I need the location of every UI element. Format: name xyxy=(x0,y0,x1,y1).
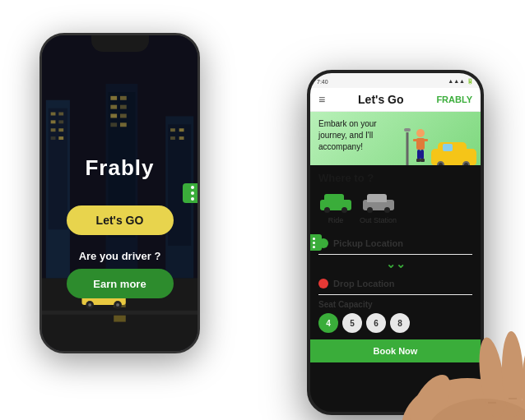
signal-icons: ▲▲▲ 🔋 xyxy=(448,78,474,85)
seat-btn-4[interactable]: 4 xyxy=(318,313,338,333)
dot2 xyxy=(191,192,194,195)
outstation-label: Out Station xyxy=(360,216,397,224)
ride-car-icon xyxy=(318,191,353,214)
lets-go-button[interactable]: Let's GO xyxy=(67,205,174,235)
svg-point-39 xyxy=(88,303,91,307)
right-phone-container: 7:40 ▲▲▲ 🔋 ≡ Let's Go FRABLY Embark on y… xyxy=(323,33,500,378)
banner-text: Embark on your journey, and I'll accompa… xyxy=(318,118,401,153)
taxi-car-icon xyxy=(431,141,476,165)
dot3 xyxy=(191,197,194,201)
city-svg xyxy=(42,35,197,351)
ride-option-ride[interactable]: Ride xyxy=(318,191,353,224)
left-phone-menu-dots[interactable] xyxy=(183,183,197,203)
scene: Frably Let's GO Are you driver ? Earn mo… xyxy=(0,0,525,420)
status-bar: 7:40 ▲▲▲ 🔋 xyxy=(310,73,481,88)
svg-rect-44 xyxy=(422,139,428,141)
drop-dot-icon xyxy=(318,279,328,288)
brand-label: FRABLY xyxy=(436,95,472,104)
hand-svg xyxy=(385,296,525,420)
side-dot2 xyxy=(313,242,315,244)
banner: Embark on your journey, and I'll accompa… xyxy=(310,112,481,165)
drop-location-row[interactable]: Drop Location xyxy=(318,273,472,295)
svg-rect-48 xyxy=(420,159,425,162)
pickup-location-row[interactable]: Pickup Location xyxy=(318,233,472,255)
side-dot3 xyxy=(313,246,315,248)
where-to-label: Where to ? xyxy=(318,172,472,184)
outstation-car-icon xyxy=(361,191,396,214)
svg-rect-46 xyxy=(420,150,424,159)
seat-btn-6[interactable]: 6 xyxy=(366,313,386,333)
chevron-icon: ⌄⌄ xyxy=(318,255,472,273)
right-phone-title: Let's Go xyxy=(358,93,403,106)
time: 7:40 xyxy=(317,79,328,85)
top-bar: ≡ Let's Go FRABLY xyxy=(310,88,481,112)
svg-rect-47 xyxy=(416,159,420,162)
svg-rect-43 xyxy=(413,139,419,141)
hamburger-icon[interactable]: ≡ xyxy=(318,93,325,106)
gray-car-icon xyxy=(363,194,394,210)
green-car-icon xyxy=(320,194,351,210)
ride-label: Ride xyxy=(328,216,344,224)
pickup-location-text: Pickup Location xyxy=(333,238,403,248)
driver-question: Are you driver ? xyxy=(42,250,197,262)
earn-more-button[interactable]: Earn more xyxy=(67,269,174,298)
phone-left: Frably Let's GO Are you driver ? Earn mo… xyxy=(39,33,200,353)
svg-rect-45 xyxy=(417,150,420,159)
app-title: Frably xyxy=(42,155,197,181)
ride-option-outstation[interactable]: Out Station xyxy=(360,191,397,224)
right-phone-side-dots[interactable] xyxy=(307,234,322,251)
svg-point-41 xyxy=(416,129,425,137)
side-dot1 xyxy=(313,238,315,240)
drop-location-text: Drop Location xyxy=(333,279,395,288)
dot1 xyxy=(191,186,194,189)
seat-btn-5[interactable]: 5 xyxy=(342,313,362,333)
person-icon xyxy=(411,128,430,165)
svg-point-40 xyxy=(116,303,119,307)
lamp-post-icon xyxy=(405,128,410,165)
left-phone-screen: Frably Let's GO Are you driver ? Earn mo… xyxy=(42,35,197,351)
banner-illustration xyxy=(405,128,476,165)
left-phone-notch xyxy=(91,35,149,52)
ride-options: Ride Out Station xyxy=(318,191,472,224)
